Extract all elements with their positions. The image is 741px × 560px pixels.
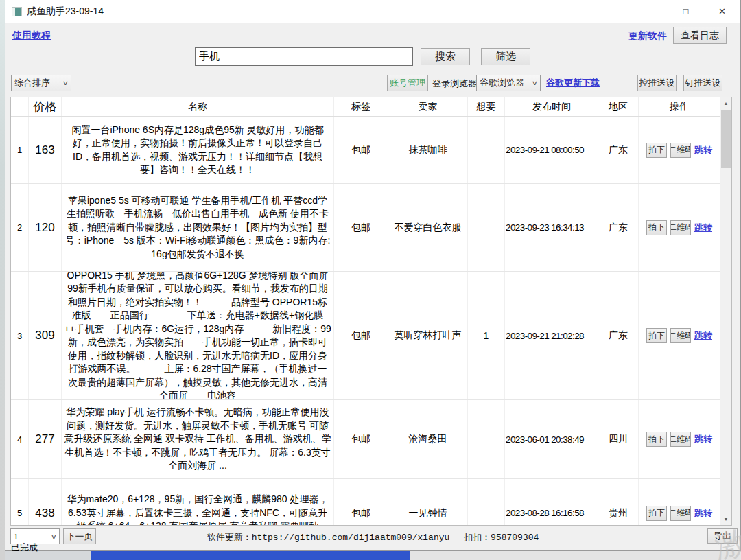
row-index-cell: 3 xyxy=(11,272,29,399)
scroll-down-icon[interactable]: ▼ xyxy=(720,513,731,525)
table-body: 1 163 闲置一台iPhone 6S内存是128g成色95新 灵敏好用，功能都… xyxy=(11,117,720,526)
results-table: 价格 名称 标签 卖家 想要 发布时间 地区 操作 1 163 闲置一台iPho… xyxy=(10,97,732,526)
scrollbar-thumb[interactable] xyxy=(721,110,731,168)
search-button[interactable]: 搜索 xyxy=(421,48,470,65)
publish-time-cell: 2023-09-21 08:00:50 xyxy=(505,117,598,183)
header-time: 发布时间 xyxy=(505,97,598,116)
account-manage-button[interactable]: 账号管理 xyxy=(387,75,428,91)
chevron-down-icon: ∨ xyxy=(62,80,69,86)
price-cell: 163 xyxy=(29,117,62,183)
item-name-cell: OPPOR15 手机 梦境黑，高颜值6G+128G 梦境特别 版全面屏 99新手… xyxy=(62,272,334,399)
maximize-button[interactable]: □ xyxy=(668,0,704,23)
seller-cell: 沧海桑田 xyxy=(388,400,468,478)
header-seller: 卖家 xyxy=(388,97,468,116)
search-input[interactable] xyxy=(195,47,413,66)
seller-cell: 一见钟情 xyxy=(388,479,468,526)
login-browser-label: 登录浏览器: xyxy=(432,78,480,90)
tag-cell: 包邮 xyxy=(334,272,388,399)
table-row: 4 277 华为荣耀 play手机 运行流畅不卡顿。无暗病，功能正常使用没问题，… xyxy=(11,400,720,479)
app-window: 咸鱼助手23-09-14 — □ ✕ 使用教程 更新软件 查看日志 搜索 筛选 … xyxy=(5,0,741,551)
item-name-cell: 苹果ipone5 5s 可移动可联通 学生备用手机/工作机 平替ccd学生拍照听… xyxy=(62,184,334,271)
sort-select-value: 综合排序 xyxy=(14,77,50,89)
chevron-down-icon: ∨ xyxy=(532,80,538,86)
window-title: 咸鱼助手23-09-14 xyxy=(27,5,104,18)
minimize-button[interactable]: — xyxy=(631,0,668,23)
header-tag: 标签 xyxy=(334,97,388,116)
header-index xyxy=(11,97,29,116)
buy-button[interactable]: 拍下 xyxy=(646,143,667,158)
background-window-edge xyxy=(0,0,5,560)
titlebar: 咸鱼助手23-09-14 — □ ✕ xyxy=(5,0,740,23)
want-count-cell xyxy=(468,479,505,526)
seller-cell: 抹茶咖啡 xyxy=(388,117,468,183)
screen: 咸鱼助手23-09-14 — □ ✕ 使用教程 更新软件 查看日志 搜索 筛选 … xyxy=(0,0,741,560)
region-cell: 四川 xyxy=(598,400,639,478)
row-index-cell: 5 xyxy=(11,479,29,526)
seller-cell: 莫听穿林打叶声 xyxy=(388,272,468,399)
filter-button[interactable]: 筛选 xyxy=(481,48,530,65)
want-count-cell xyxy=(468,184,505,271)
qrcode-button[interactable]: 二维码 xyxy=(670,143,691,158)
app-icon xyxy=(12,7,22,16)
tutorial-link[interactable]: 使用教程 xyxy=(12,30,51,42)
buy-button[interactable]: 拍下 xyxy=(646,432,667,447)
qrcode-button[interactable]: 二维码 xyxy=(670,432,691,447)
view-log-button[interactable]: 查看日志 xyxy=(673,27,727,44)
qrcode-button[interactable]: 二维码 xyxy=(670,220,691,235)
item-name-cell: 华为荣耀 play手机 运行流畅不卡顿。无暗病，功能正常使用没问题，测好发货。无… xyxy=(62,400,334,478)
tag-cell: 包邮 xyxy=(334,400,388,478)
want-count-cell xyxy=(468,117,505,183)
seller-cell: 不爱穿白色衣服 xyxy=(388,184,468,271)
row-index-cell: 1 xyxy=(11,117,29,183)
header-price: 价格 xyxy=(29,97,62,116)
table-row: 2 120 苹果ipone5 5s 可移动可联通 学生备用手机/工作机 平替cc… xyxy=(11,184,720,272)
close-button[interactable]: ✕ xyxy=(704,0,740,23)
item-name-cell: 闲置一台iPhone 6S内存是128g成色95新 灵敏好用，功能都好，正常使用… xyxy=(62,117,334,183)
actions-cell: 拍下 二维码 跳转 xyxy=(639,117,720,183)
tag-cell: 包邮 xyxy=(334,117,388,183)
price-cell: 120 xyxy=(29,184,62,271)
export-button[interactable]: 导出 xyxy=(707,528,738,544)
jump-link[interactable]: 跳转 xyxy=(694,144,712,156)
jump-link[interactable]: 跳转 xyxy=(694,222,712,234)
qrcode-button[interactable]: 二维码 xyxy=(670,328,691,343)
publish-time-cell: 2023-06-01 20:38:49 xyxy=(505,400,598,478)
price-cell: 309 xyxy=(29,272,62,399)
region-cell: 广东 xyxy=(598,184,639,271)
chrome-update-download-link[interactable]: 谷歌更新下载 xyxy=(546,77,600,89)
buy-button[interactable]: 拍下 xyxy=(646,506,667,521)
background-strip-right xyxy=(410,551,741,560)
jump-link[interactable]: 跳转 xyxy=(694,329,712,342)
header-name: 名称 xyxy=(62,97,334,116)
wechat-push-settings-button[interactable]: 控推送设 xyxy=(637,75,677,91)
table-header-row: 价格 名称 标签 卖家 想要 发布时间 地区 操作 xyxy=(11,97,731,117)
buy-button[interactable]: 拍下 xyxy=(646,328,667,343)
jump-link[interactable]: 跳转 xyxy=(694,507,712,520)
region-cell: 贵州 xyxy=(598,479,639,526)
browser-select[interactable]: 谷歌浏览器 ∨ xyxy=(476,75,541,91)
software-update-info: 软件更新：https://github.com/dijiaatm009/xian… xyxy=(5,531,740,544)
want-count-cell: 1 xyxy=(468,272,505,399)
header-want: 想要 xyxy=(468,97,505,116)
qrcode-button[interactable]: 二维码 xyxy=(670,506,691,521)
header-actions: 操作 xyxy=(639,97,720,116)
row-index-cell: 2 xyxy=(11,184,29,271)
update-software-link[interactable]: 更新软件 xyxy=(628,30,667,43)
vertical-scrollbar[interactable]: ▲ ▼ xyxy=(720,97,731,525)
table-row: 1 163 闲置一台iPhone 6S内存是128g成色95新 灵敏好用，功能都… xyxy=(11,117,720,184)
scroll-up-icon[interactable]: ▲ xyxy=(720,97,731,109)
item-name-cell: 华为mate20，6+128，95新，国行全网通，麒麟980 处理器，6.53英… xyxy=(62,479,334,526)
jump-link[interactable]: 跳转 xyxy=(694,433,712,445)
actions-cell: 拍下 二维码 跳转 xyxy=(639,400,720,478)
actions-cell: 拍下 二维码 跳转 xyxy=(639,479,720,526)
price-cell: 277 xyxy=(29,400,62,478)
publish-time-cell: 2023-09-23 16:34:13 xyxy=(505,184,598,271)
publish-time-cell: 2023-09-21 21:02:28 xyxy=(505,272,598,399)
buy-button[interactable]: 拍下 xyxy=(646,220,667,235)
row-index-cell: 4 xyxy=(11,400,29,478)
sort-select[interactable]: 综合排序 ∨ xyxy=(11,75,71,91)
tag-cell: 包邮 xyxy=(334,479,388,526)
background-taskbar-strip xyxy=(91,551,410,560)
dingtalk-push-settings-button[interactable]: 钉推送设 xyxy=(683,75,722,91)
actions-cell: 拍下 二维码 跳转 xyxy=(639,184,720,271)
